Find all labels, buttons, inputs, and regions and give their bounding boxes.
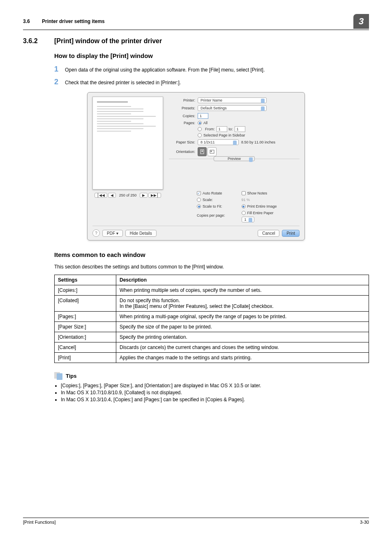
help-icon[interactable]: ?: [92, 229, 100, 237]
chapter-number-badge: 3: [353, 14, 369, 29]
scale-radio[interactable]: [197, 198, 201, 202]
subheading-display: How to display the [Print] window: [54, 52, 369, 59]
pdf-button[interactable]: PDF ▾: [102, 230, 123, 237]
cpp-label: Copies per page:: [197, 213, 225, 217]
auto-rotate-label: Auto Rotate: [203, 191, 222, 195]
subheading-items: Items common to each window: [54, 251, 369, 258]
scale-fit-label: Scale to Fit:: [203, 204, 222, 208]
scale-fit-radio[interactable]: [197, 204, 201, 208]
presets-label: Presets:: [169, 106, 195, 110]
list-item: In Mac OS X 10.3/10.4, [Copies:] and [Pa…: [61, 397, 369, 402]
list-item: In Mac OS X 10.7/10.8/10.9, [Collated] i…: [61, 390, 369, 395]
step-number-2: 2: [54, 78, 65, 86]
fill-paper-label: Fill Entire Paper: [247, 211, 274, 215]
footer-left: [Print Functions]: [23, 520, 55, 525]
pager-first[interactable]: ⎮◀◀: [95, 193, 107, 198]
table-row: [Print]Applies the changes made to the s…: [55, 353, 369, 363]
preview-pager: ⎮◀◀ ◀ 250 of 250 ▶ ▶▶⎮: [92, 193, 163, 198]
tips-label: Tips: [66, 373, 77, 379]
pages-to-input[interactable]: 1: [235, 126, 245, 132]
copies-label: Copies:: [169, 114, 195, 118]
pages-selected-label: Selected Page in Sidebar: [203, 133, 245, 137]
section-number: 3.6.2: [23, 37, 54, 45]
orientation-label: Orientation:: [169, 150, 195, 154]
pages-all-radio[interactable]: [198, 121, 202, 125]
cancel-button[interactable]: Cancel: [258, 230, 279, 237]
show-notes-label: Show Notes: [247, 191, 267, 195]
items-description: This section describes the settings and …: [54, 264, 369, 270]
scale-label: Scale:: [203, 198, 213, 202]
pages-all-label: All: [203, 121, 208, 125]
show-notes-check[interactable]: [242, 191, 246, 195]
pages-to-label: to:: [229, 127, 233, 131]
paper-size-dim: 8.50 by 11.00 inches: [241, 140, 275, 144]
step-text-1: Open data of the original using the appl…: [65, 66, 265, 73]
print-entire-label: Print Entire Image: [247, 204, 277, 208]
presets-select[interactable]: Default Settings: [198, 105, 267, 111]
step-text-2: Check that the desired printer is select…: [65, 79, 181, 86]
preview-separator: Preview: [169, 159, 300, 164]
fill-paper-radio[interactable]: [242, 211, 246, 215]
step-number-1: 1: [54, 65, 65, 74]
orientation-portrait[interactable]: [198, 147, 207, 156]
scale-pct: 91 %: [242, 198, 277, 202]
hide-details-button[interactable]: Hide Details: [125, 230, 157, 237]
table-row: [Copies:]When printing multiple sets of …: [55, 285, 369, 296]
paper-size-select[interactable]: 8 1/2x11: [198, 139, 239, 145]
table-row: [Cancel]Discards (or cancels) the curren…: [55, 342, 369, 353]
table-row: [Collated]Do not specify this function. …: [55, 296, 369, 312]
tips-icon: [54, 372, 63, 379]
pages-selected-radio[interactable]: [198, 133, 202, 137]
copies-input[interactable]: 1: [198, 113, 208, 119]
pager-text: 250 of 250: [117, 193, 139, 197]
print-button[interactable]: Print: [282, 230, 300, 237]
header-section-title: Printer driver setting items: [42, 18, 105, 24]
pager-prev[interactable]: ◀: [108, 193, 116, 198]
header-section-num: 3.6: [23, 18, 30, 24]
pages-from-radio[interactable]: [198, 127, 202, 131]
pages-from-input[interactable]: 1: [217, 126, 227, 132]
header-rule: [23, 30, 369, 30]
section-select[interactable]: Preview: [214, 156, 255, 161]
pages-from-label: From:: [205, 127, 215, 131]
printer-label: Printer:: [169, 98, 195, 102]
pages-label: Pages:: [169, 121, 195, 125]
table-row: [Paper Size:]Specify the size of the pap…: [55, 322, 369, 332]
print-dialog-screenshot: Printer: Printer Name Presets: Default S…: [87, 92, 305, 240]
tips-list: [Copies:], [Pages:], [Paper Size:], and …: [54, 383, 369, 402]
print-entire-radio[interactable]: [242, 204, 246, 208]
printer-select[interactable]: Printer Name: [198, 97, 267, 103]
preview-thumbnail: [92, 97, 163, 190]
table-row: [Orientation:]Specify the printing orien…: [55, 332, 369, 342]
section-title: [Print] window of the printer driver: [54, 37, 162, 45]
pager-last[interactable]: ▶▶⎮: [148, 193, 161, 198]
cpp-select[interactable]: 1: [242, 217, 254, 222]
table-row: [Pages:]When printing a multi-page origi…: [55, 312, 369, 322]
list-item: [Copies:], [Pages:], [Paper Size:], and …: [61, 383, 369, 388]
settings-table: Settings Description [Copies:]When print…: [54, 275, 369, 363]
th-settings: Settings: [55, 275, 116, 285]
table-header-row: Settings Description: [55, 275, 369, 285]
pager-next[interactable]: ▶: [140, 193, 148, 198]
orientation-landscape[interactable]: [208, 147, 217, 156]
th-description: Description: [116, 275, 369, 285]
footer-right: 3-30: [360, 520, 369, 525]
auto-rotate-check[interactable]: [197, 191, 201, 195]
running-header: 3.6 Printer driver setting items: [23, 18, 105, 24]
paper-size-label: Paper Size:: [169, 140, 195, 144]
